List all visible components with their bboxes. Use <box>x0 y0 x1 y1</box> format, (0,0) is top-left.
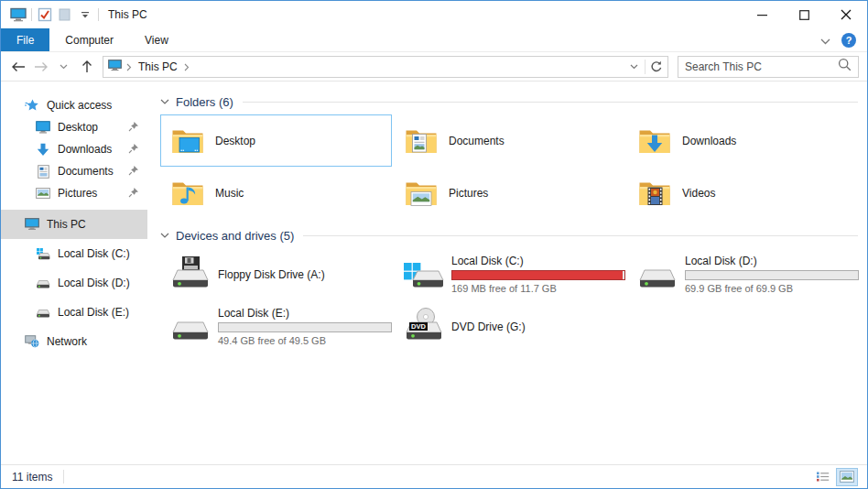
pin-icon <box>128 163 139 179</box>
folder-tile-documents[interactable]: Documents <box>394 114 625 167</box>
sidebar-item-quick-access[interactable]: Quick access <box>1 94 147 116</box>
navigation-bar: This PC <box>1 52 867 82</box>
drive-tile-dvd-g[interactable]: DVD DVD Drive (G:) <box>394 300 625 353</box>
sidebar-item-local-disk-d[interactable]: Local Disk (D:) <box>1 268 147 298</box>
drive-icon <box>636 255 678 294</box>
breadcrumb-separator-icon <box>184 59 190 75</box>
back-button[interactable] <box>6 55 29 78</box>
help-button[interactable]: ? <box>841 33 856 48</box>
recent-locations-chevron[interactable] <box>52 55 75 78</box>
sidebar-item-local-disk-e[interactable]: Local Disk (E:) <box>1 298 147 327</box>
drives-grid: Floppy Disk Drive (A:) Local Disk (C:) 1… <box>160 248 865 353</box>
search-icon[interactable] <box>838 58 852 75</box>
desktop-folder-icon <box>169 123 206 159</box>
large-icons-view-button[interactable] <box>836 468 858 486</box>
refresh-button[interactable] <box>646 57 667 77</box>
address-dropdown-chevron[interactable] <box>623 57 645 77</box>
sidebar-item-label: This PC <box>47 218 86 231</box>
expand-ribbon-chevron-icon[interactable] <box>820 32 830 49</box>
drive-name: DVD Drive (G:) <box>451 321 526 333</box>
minimize-button[interactable] <box>741 1 783 28</box>
window-controls <box>741 1 867 28</box>
documents-folder-icon <box>403 123 439 159</box>
tab-file[interactable]: File <box>1 28 49 51</box>
drive-name: Local Disk (E:) <box>218 307 392 320</box>
videos-folder-icon <box>636 175 673 212</box>
desktop-icon <box>36 120 50 135</box>
drive-tile-local-disk-d[interactable]: Local Disk (D:) 69.9 GB free of 69.9 GB <box>627 248 859 300</box>
details-view-button[interactable] <box>811 468 833 486</box>
sidebar-item-label: Downloads <box>58 143 112 156</box>
group-title: Devices and drives (5) <box>176 229 294 243</box>
drive-name: Floppy Disk Drive (A:) <box>218 268 325 281</box>
windows-drive-icon <box>403 255 445 294</box>
sidebar-item-network[interactable]: Network <box>1 327 147 356</box>
pin-icon <box>128 119 139 136</box>
pin-icon <box>128 141 139 158</box>
customize-toolbar-button[interactable] <box>75 5 95 25</box>
address-bar-controls <box>623 57 667 77</box>
drive-icon <box>36 305 50 320</box>
tab-view[interactable]: View <box>129 28 184 51</box>
devices-group-header[interactable]: Devices and drives (5) <box>160 226 858 244</box>
capacity-bar <box>451 270 625 280</box>
folder-tile-videos[interactable]: Videos <box>627 167 859 219</box>
windows-drive-icon <box>36 246 50 261</box>
dvd-drive-icon: DVD <box>403 308 445 346</box>
folder-tile-music[interactable]: Music <box>160 167 392 219</box>
sidebar-item-this-pc[interactable]: This PC <box>1 210 147 239</box>
sidebar-item-documents[interactable]: Documents <box>1 160 147 182</box>
drive-tile-local-disk-e[interactable]: Local Disk (E:) 49.4 GB free of 49.5 GB <box>160 300 392 353</box>
titlebar: This PC <box>1 1 867 28</box>
tab-computer[interactable]: Computer <box>49 28 129 51</box>
free-space-text: 49.4 GB free of 49.5 GB <box>218 335 392 346</box>
capacity-bar <box>685 270 859 280</box>
address-bar[interactable]: This PC <box>103 56 668 78</box>
capacity-bar-fill <box>452 271 623 279</box>
drive-tile-floppy-a[interactable]: Floppy Disk Drive (A:) <box>160 248 392 300</box>
folder-name: Videos <box>682 187 715 200</box>
quick-access-star-icon <box>25 98 39 113</box>
drive-icon <box>169 308 212 346</box>
free-space-text: 69.9 GB free of 69.9 GB <box>685 283 859 294</box>
svg-text:DVD: DVD <box>411 322 426 331</box>
drive-info: Local Disk (C:) 169 MB free of 11.7 GB <box>451 255 625 294</box>
ribbon-right-controls: ? <box>820 28 867 51</box>
downloads-folder-icon <box>636 123 673 159</box>
folder-tile-pictures[interactable]: Pictures <box>394 167 625 219</box>
sidebar-item-label: Quick access <box>47 99 112 112</box>
app-icon[interactable] <box>8 5 28 25</box>
folder-name: Downloads <box>682 135 736 147</box>
new-folder-button[interactable] <box>55 5 75 25</box>
window-title: This PC <box>108 8 147 21</box>
sidebar-item-label: Desktop <box>58 121 98 134</box>
pictures-folder-icon <box>403 175 439 212</box>
folders-group-header[interactable]: Folders (6) <box>160 92 858 111</box>
sidebar-item-desktop[interactable]: Desktop <box>1 116 147 138</box>
properties-button[interactable] <box>35 5 55 25</box>
breadcrumb-item-this-pc[interactable]: This PC <box>136 60 179 73</box>
sidebar-item-local-disk-c[interactable]: Local Disk (C:) <box>1 239 147 268</box>
maximize-button[interactable] <box>783 1 825 28</box>
drive-tile-local-disk-c[interactable]: Local Disk (C:) 169 MB free of 11.7 GB <box>394 248 625 300</box>
quick-access-toolbar <box>8 5 102 25</box>
up-button[interactable] <box>75 55 98 78</box>
sidebar-item-downloads[interactable]: Downloads <box>1 138 147 160</box>
explorer-window: This PC File Computer View ? <box>0 0 868 489</box>
sidebar-item-pictures[interactable]: Pictures <box>1 182 147 204</box>
group-header-rule <box>303 235 858 236</box>
sidebar-item-label: Documents <box>58 165 114 178</box>
view-switcher <box>811 468 858 486</box>
network-icon <box>25 334 39 349</box>
close-button[interactable] <box>825 1 867 28</box>
divider <box>31 8 32 21</box>
folder-tile-desktop[interactable]: Desktop <box>160 114 392 167</box>
sidebar-item-label: Local Disk (D:) <box>58 277 130 289</box>
music-folder-icon <box>169 175 206 212</box>
search-input[interactable] <box>685 60 838 73</box>
folder-name: Pictures <box>449 187 488 200</box>
drive-name: Local Disk (D:) <box>685 255 859 267</box>
forward-button[interactable] <box>29 55 52 78</box>
search-box <box>678 56 859 78</box>
folder-tile-downloads[interactable]: Downloads <box>627 114 859 167</box>
